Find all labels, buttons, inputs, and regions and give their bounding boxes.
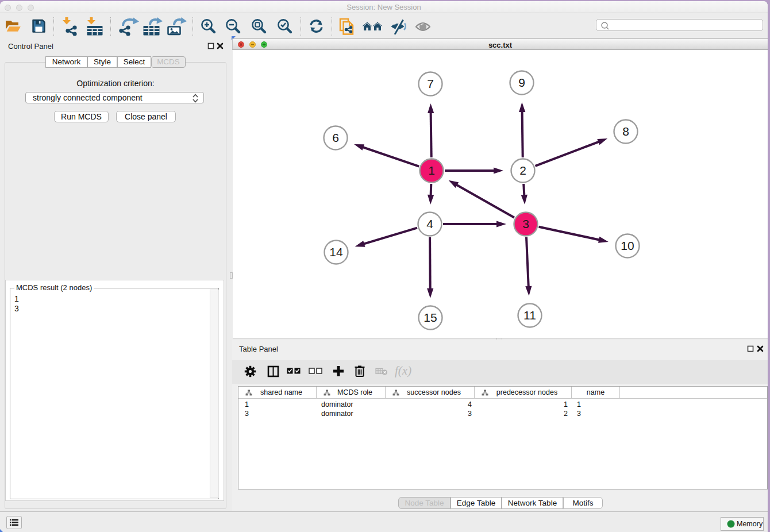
svg-text:3: 3: [522, 217, 529, 230]
svg-text:14: 14: [329, 245, 343, 259]
svg-text:4: 4: [426, 217, 433, 230]
svg-text:7: 7: [427, 77, 434, 90]
svg-text:9: 9: [518, 76, 525, 89]
svg-text:8: 8: [622, 125, 629, 138]
svg-text:6: 6: [332, 131, 339, 144]
svg-text:11: 11: [523, 309, 536, 322]
svg-text:15: 15: [424, 311, 437, 324]
svg-text:2: 2: [519, 164, 526, 177]
svg-text:10: 10: [621, 239, 634, 252]
svg-text:1: 1: [428, 164, 435, 177]
